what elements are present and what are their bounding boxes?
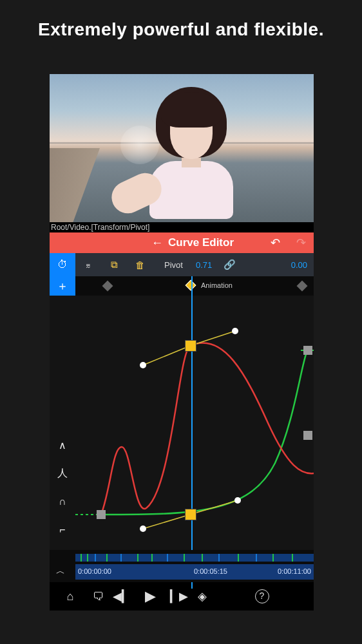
- svg-line-2: [143, 515, 190, 529]
- app-screenshot: Root/Video.[Transform/Pivot] ← Curve Edi…: [50, 74, 314, 611]
- timestamp: 0:00:05:15: [194, 567, 227, 575]
- home-icon[interactable]: ⌂: [56, 590, 84, 603]
- page-title: Extremely powerful and flexible.: [0, 0, 362, 40]
- value-x[interactable]: 0.71: [196, 260, 212, 270]
- breadcrumb: Root/Video.[Transform/Pivot]: [50, 222, 314, 232]
- svg-line-1: [190, 331, 235, 346]
- animation-label: Animation: [201, 281, 233, 289]
- graph-mode-icon[interactable]: ⩳: [75, 260, 101, 270]
- ease-bell-icon[interactable]: ∩: [54, 495, 71, 509]
- keyframe-handle[interactable]: [185, 509, 196, 520]
- ease-presets: ∧ 人 ∩ ⌐: [50, 296, 75, 550]
- step-forward-button[interactable]: ▎▶: [170, 589, 188, 603]
- header-title: Curve Editor: [168, 236, 234, 249]
- video-preview[interactable]: [50, 74, 314, 222]
- tangent-handle[interactable]: [140, 526, 146, 532]
- svg-line-0: [143, 346, 190, 365]
- curve-end-handle[interactable]: [303, 431, 312, 440]
- keyframe-marker[interactable]: [297, 281, 308, 292]
- curve-end-handle[interactable]: [97, 510, 106, 519]
- ease-linear-icon[interactable]: ∧: [54, 438, 71, 452]
- back-button[interactable]: ←: [146, 236, 168, 250]
- curve-graph[interactable]: [75, 296, 314, 550]
- delete-icon[interactable]: 🗑: [127, 260, 153, 270]
- timestamp: 0:00:00:00: [78, 567, 111, 575]
- tangent-handle[interactable]: [234, 497, 241, 504]
- help-icon[interactable]: ?: [255, 589, 269, 603]
- curve-end-handle[interactable]: [303, 346, 312, 355]
- tangent-handle[interactable]: [232, 328, 238, 334]
- history-button[interactable]: ⏱: [50, 253, 75, 276]
- gem-icon[interactable]: ◈: [188, 589, 216, 603]
- playhead[interactable]: [191, 276, 193, 589]
- keyframe-handle[interactable]: [185, 340, 196, 352]
- svg-line-3: [190, 500, 238, 515]
- timestamp: 0:00:11:00: [278, 567, 311, 575]
- redo-button[interactable]: ↷: [288, 236, 314, 250]
- keyframe-marker-selected[interactable]: [186, 280, 196, 291]
- comment-icon[interactable]: 🗨: [84, 590, 113, 603]
- expand-timeline-icon[interactable]: ︿: [56, 565, 65, 577]
- timeline[interactable]: ︿ 0:00:00:00 0:00:05:15: [50, 550, 314, 582]
- value-y[interactable]: 0.00: [291, 260, 307, 270]
- copy-icon[interactable]: ⧉: [101, 259, 127, 270]
- param-label: Pivot: [164, 260, 183, 270]
- keyframe-marker[interactable]: [102, 281, 113, 292]
- tangent-handle[interactable]: [140, 362, 146, 368]
- ease-step-icon[interactable]: ⌐: [54, 523, 71, 537]
- link-icon[interactable]: 🔗: [224, 259, 236, 270]
- add-keyframe-button[interactable]: ＋: [50, 276, 75, 296]
- ease-easeinout-icon[interactable]: 人: [54, 466, 71, 480]
- step-back-button[interactable]: ◀▎: [113, 589, 131, 603]
- play-button[interactable]: ▶: [145, 588, 156, 605]
- undo-button[interactable]: ↶: [262, 236, 288, 250]
